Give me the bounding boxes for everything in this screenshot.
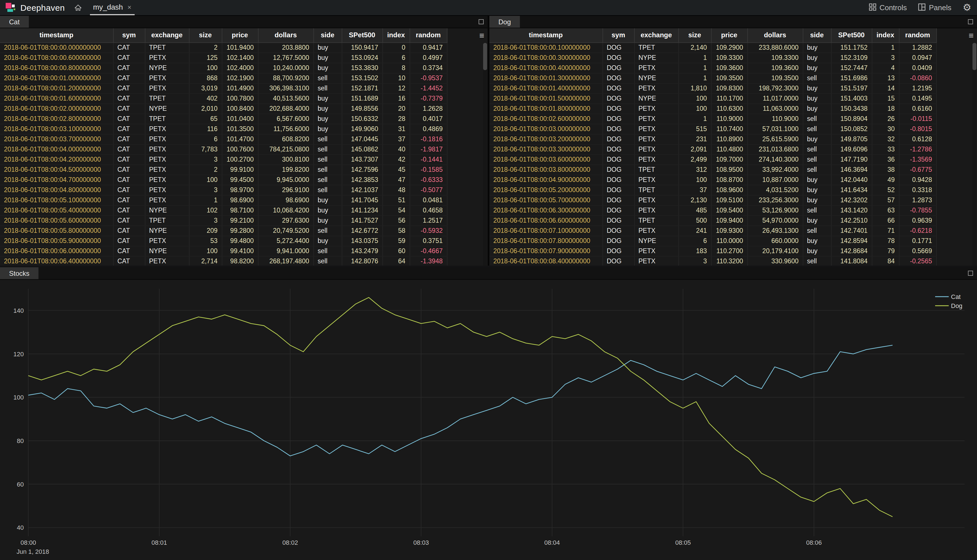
x-tick-label: 08:04 [544,539,560,546]
cell-index: 33 [872,144,899,154]
home-icon[interactable] [74,4,82,12]
cell-timestamp: 2018-06-01T08:00:05.900000000 [0,236,113,246]
table-row[interactable]: 2018-06-01T08:00:04.000000000CATPETX7,78… [0,144,447,154]
table-row[interactable]: 2018-06-01T08:00:00.800000000CATNYPE1001… [0,63,447,73]
table-row[interactable]: 2018-06-01T08:00:05.600000000CATTPET399.… [0,215,447,225]
cell-exchange: NYPE [145,246,189,256]
cell-exchange: NYPE [145,63,189,73]
table-row[interactable]: 2018-06-01T08:00:04.700000000CATPETX1009… [0,175,447,185]
column-header-SPet500[interactable]: SPet500 [831,28,872,42]
cell-random: -0.1441 [410,154,447,165]
table-row[interactable]: 2018-06-01T08:00:05.100000000CATPETX198.… [0,195,447,205]
table-row[interactable]: 2018-06-01T08:00:05.900000000CATPETX5399… [0,236,447,246]
column-header-SPet500[interactable]: SPet500 [342,28,382,42]
table-row[interactable]: 2018-06-01T08:00:03.700000000CATPETX6101… [0,134,447,144]
column-header-exchange[interactable]: exchange [145,28,189,42]
table-row[interactable]: 2018-06-01T08:00:01.800000000DOGPETX1001… [489,103,936,113]
column-header-index[interactable]: index [382,28,410,42]
close-icon[interactable]: × [127,3,132,11]
cell-random: 0.4017 [410,113,447,124]
grid-menu-icon[interactable]: ≡ [479,28,484,42]
table-row[interactable]: 2018-06-01T08:00:05.200000000DOGTPET3710… [489,185,936,195]
table-row[interactable]: 2018-06-01T08:00:00.600000000CATPETX1251… [0,53,447,63]
table-row[interactable]: 2018-06-01T08:00:02.000000000CATNYPE2,01… [0,103,447,113]
table-row[interactable]: 2018-06-01T08:00:00.400000000DOGPETX1109… [489,63,936,73]
grid-menu-icon[interactable]: ≡ [969,28,974,42]
column-header-timestamp[interactable]: timestamp [489,28,602,42]
column-header-side[interactable]: side [803,28,831,42]
table-row[interactable]: 2018-06-01T08:00:05.400000000CATNYPE1029… [0,205,447,215]
column-header-sym[interactable]: sym [113,28,145,42]
table-row[interactable]: 2018-06-01T08:00:02.600000000DOGPETX1110… [489,113,936,124]
table-row[interactable]: 2018-06-01T08:00:06.300000000DOGPETX4851… [489,205,936,215]
tab-my-dash[interactable]: my_dash × [90,0,135,15]
controls-button[interactable]: Controls [869,3,907,12]
cell-sym: CAT [113,195,145,205]
table-row[interactable]: 2018-06-01T08:00:05.800000000CATNYPE2099… [0,225,447,236]
table-row[interactable]: 2018-06-01T08:00:08.400000000DOGPETX3110… [489,256,936,266]
cat-scrollbar[interactable] [483,43,487,266]
column-header-size[interactable]: size [189,28,222,42]
cell-index: 3 [872,53,899,63]
cell-dollars: 5,272.4400 [258,236,313,246]
table-row[interactable]: 2018-06-01T08:00:01.300000000DOGNYPE1109… [489,73,936,83]
legend-label-dog[interactable]: Dog [951,302,962,309]
table-row[interactable]: 2018-06-01T08:00:03.200000000DOGPETX2311… [489,134,936,144]
tab-stocks[interactable]: Stocks [0,267,38,279]
legend-label-cat[interactable]: Cat [951,293,960,300]
column-header-size[interactable]: size [678,28,711,42]
cell-SPet500: 151.4003 [831,93,872,103]
table-row[interactable]: 2018-06-01T08:00:03.600000000DOGPETX2,49… [489,154,936,165]
table-row[interactable]: 2018-06-01T08:00:01.600000000CATTPET4021… [0,93,447,103]
table-row[interactable]: 2018-06-01T08:00:05.700000000DOGPETX2,13… [489,195,936,205]
column-header-random[interactable]: random [899,28,936,42]
table-row[interactable]: 2018-06-01T08:00:02.800000000CATTPET6510… [0,113,447,124]
maximize-icon[interactable] [478,19,484,24]
column-header-price[interactable]: price [222,28,258,42]
column-header-side[interactable]: side [313,28,342,42]
table-row[interactable]: 2018-06-01T08:00:03.100000000CATPETX1161… [0,124,447,134]
settings-gear-icon[interactable]: ⚙ [963,3,972,12]
column-header-dollars[interactable]: dollars [747,28,803,42]
column-header-index[interactable]: index [872,28,899,42]
table-row[interactable]: 2018-06-01T08:00:00.000000000CATTPET2101… [0,42,447,53]
column-header-sym[interactable]: sym [602,28,634,42]
cell-timestamp: 2018-06-01T08:00:00.600000000 [0,53,113,63]
table-row[interactable]: 2018-06-01T08:00:06.000000000CATNYPE1009… [0,246,447,256]
tab-dog[interactable]: Dog [489,16,520,28]
table-row[interactable]: 2018-06-01T08:00:04.200000000CATPETX3100… [0,154,447,165]
maximize-icon[interactable] [968,19,973,24]
column-header-exchange[interactable]: exchange [634,28,678,42]
table-row[interactable]: 2018-06-01T08:00:01.400000000DOGPETX1,81… [489,83,936,93]
table-row[interactable]: 2018-06-01T08:00:04.500000000CATPETX299.… [0,165,447,175]
scrollbar-thumb[interactable] [972,43,977,70]
panels-button[interactable]: Panels [918,3,952,12]
table-row[interactable]: 2018-06-01T08:00:04.900000000DOGPETX1001… [489,175,936,185]
dog-scrollbar[interactable] [972,43,977,266]
table-row[interactable]: 2018-06-01T08:00:06.600000000DOGTPET5001… [489,215,936,225]
table-row[interactable]: 2018-06-01T08:00:07.800000000DOGNYPE6110… [489,236,936,246]
table-row[interactable]: 2018-06-01T08:00:03.000000000DOGPETX5151… [489,124,936,134]
column-header-random[interactable]: random [410,28,447,42]
cell-SPet500: 152.1871 [342,83,382,93]
table-row[interactable]: 2018-06-01T08:00:07.900000000DOGPETX1831… [489,246,936,256]
table-row[interactable]: 2018-06-01T08:00:04.800000000CATPETX398.… [0,185,447,195]
maximize-icon[interactable] [968,271,973,276]
table-row[interactable]: 2018-06-01T08:00:03.300000000DOGPETX2,09… [489,144,936,154]
table-row[interactable]: 2018-06-01T08:00:01.200000000CATPETX3,01… [0,83,447,93]
table-row[interactable]: 2018-06-01T08:00:07.100000000DOGPETX2411… [489,225,936,236]
column-header-dollars[interactable]: dollars [258,28,313,42]
column-header-timestamp[interactable]: timestamp [0,28,113,42]
cell-exchange: PETX [634,175,678,185]
table-row[interactable]: 2018-06-01T08:00:00.100000000DOGTPET2,14… [489,42,936,53]
tab-cat[interactable]: Cat [0,16,28,28]
cell-exchange: PETX [634,63,678,73]
scrollbar-thumb[interactable] [483,43,487,70]
column-header-price[interactable]: price [711,28,747,42]
table-row[interactable]: 2018-06-01T08:00:06.400000000CATPETX2,71… [0,256,447,266]
table-row[interactable]: 2018-06-01T08:00:01.000000000CATPETX8681… [0,73,447,83]
table-row[interactable]: 2018-06-01T08:00:01.500000000DOGNYPE1001… [489,93,936,103]
table-row[interactable]: 2018-06-01T08:00:03.800000000DOGTPET3121… [489,165,936,175]
cell-index: 63 [872,205,899,215]
table-row[interactable]: 2018-06-01T08:00:00.300000000DOGNYPE1109… [489,53,936,63]
